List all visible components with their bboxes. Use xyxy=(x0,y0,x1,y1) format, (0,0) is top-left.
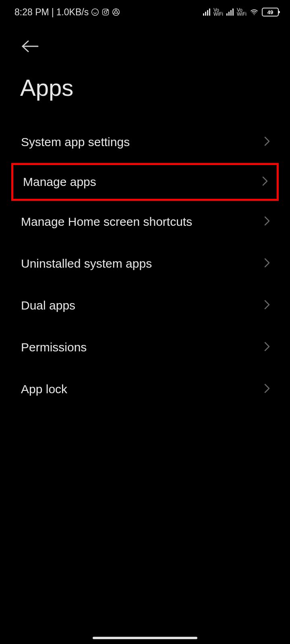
menu-item-uninstalled-system-apps[interactable]: Uninstalled system apps xyxy=(0,243,290,285)
menu-label: Permissions xyxy=(21,341,87,354)
menu-label: System app settings xyxy=(21,135,130,149)
chrome-icon xyxy=(112,8,120,16)
page-title: Apps xyxy=(0,62,290,121)
status-separator: | xyxy=(52,7,54,18)
chevron-right-icon xyxy=(262,176,268,188)
chevron-right-icon xyxy=(264,216,270,227)
status-time: 8:28 PM xyxy=(14,7,49,18)
signal-icon-2 xyxy=(226,8,234,16)
svg-line-8 xyxy=(117,13,119,14)
menu-item-manage-apps[interactable]: Manage apps xyxy=(11,163,279,201)
menu-label: Manage apps xyxy=(23,175,96,189)
menu-label: Manage Home screen shortcuts xyxy=(21,215,192,229)
status-bar: 8:28 PM | 1.0KB/s xyxy=(0,0,290,24)
vowifi-label-1: VoWiFi xyxy=(213,8,223,16)
menu-list: System app settings Manage apps Manage H… xyxy=(0,121,290,410)
menu-item-app-lock[interactable]: App lock xyxy=(0,368,290,410)
vowifi-label-2: VoWiFi xyxy=(237,8,246,16)
battery-level: 49 xyxy=(267,9,273,15)
menu-label: Uninstalled system apps xyxy=(21,257,152,270)
svg-point-3 xyxy=(107,10,108,11)
home-indicator[interactable] xyxy=(93,637,197,639)
menu-label: App lock xyxy=(21,382,67,396)
menu-item-system-app-settings[interactable]: System app settings xyxy=(0,121,290,163)
status-left: 8:28 PM | 1.0KB/s xyxy=(14,7,120,18)
menu-item-permissions[interactable]: Permissions xyxy=(0,326,290,368)
menu-label: Dual apps xyxy=(21,299,75,312)
chevron-right-icon xyxy=(264,258,270,269)
menu-item-manage-home-screen-shortcuts[interactable]: Manage Home screen shortcuts xyxy=(0,201,290,243)
battery-icon: 49 xyxy=(262,8,279,17)
wifi-icon xyxy=(250,8,259,16)
chevron-right-icon xyxy=(264,342,270,353)
menu-item-dual-apps[interactable]: Dual apps xyxy=(0,285,290,326)
signal-icon-1 xyxy=(203,8,210,16)
instagram-icon xyxy=(102,8,110,16)
svg-point-2 xyxy=(104,11,107,14)
status-right: VoWiFi VoWiFi 49 xyxy=(203,8,279,17)
svg-line-7 xyxy=(113,13,115,14)
whatsapp-icon xyxy=(91,8,99,16)
chevron-right-icon xyxy=(264,300,270,311)
status-data-rate: 1.0KB/s xyxy=(56,7,89,18)
chevron-right-icon xyxy=(264,136,270,148)
svg-point-0 xyxy=(92,9,99,16)
back-area xyxy=(0,24,290,62)
chevron-right-icon xyxy=(264,384,270,395)
back-button[interactable] xyxy=(22,40,270,54)
